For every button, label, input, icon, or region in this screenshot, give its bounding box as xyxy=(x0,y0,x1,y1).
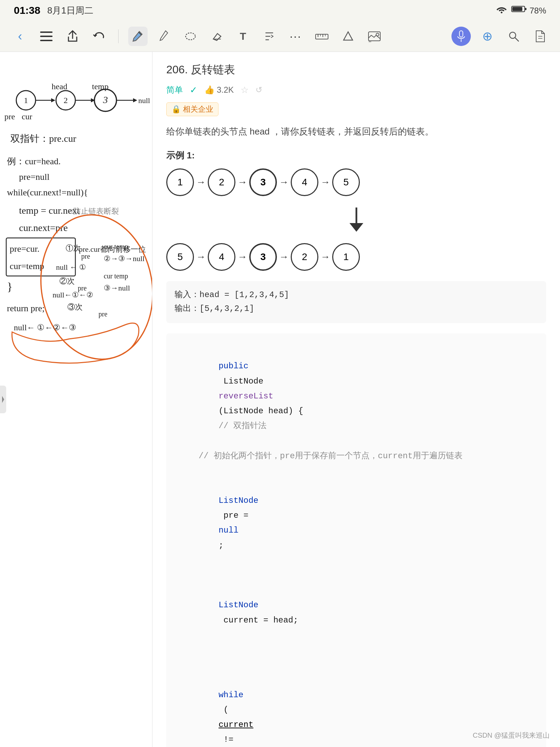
status-time: 01:38 xyxy=(14,4,40,16)
code-line-1: // 初始化两个指针，pre用于保存前一个节点，current用于遍历链表 xyxy=(179,449,534,463)
svg-rect-3 xyxy=(512,7,522,11)
svg-text:⊞: ⊞ xyxy=(368,40,371,42)
wifi-icon xyxy=(496,5,507,16)
svg-text:③次: ③次 xyxy=(67,303,83,311)
pen-tool-button[interactable] xyxy=(128,27,148,46)
arrow-r-4: → xyxy=(320,251,330,262)
battery-icon: 78% xyxy=(511,5,546,16)
svg-text:cur   temp: cur temp xyxy=(104,272,128,280)
arrow-r-3: → xyxy=(279,251,289,262)
right-panel[interactable]: 206. 反转链表 简单 ✓ 👍 3.2K ☆ ↺ 🔒 相关企业 给你单链表的头… xyxy=(152,52,560,747)
svg-text:head: head xyxy=(52,82,67,91)
star-icon[interactable]: ☆ xyxy=(241,85,249,95)
node-5: 5 xyxy=(332,168,360,196)
svg-line-24 xyxy=(515,38,519,41)
svg-marker-73 xyxy=(2,396,4,403)
arrow-1: → xyxy=(196,177,206,188)
code-section: public ListNode reverseList (ListNode he… xyxy=(166,333,546,747)
svg-rect-2 xyxy=(525,8,526,10)
linked-list-diagram: 1 → 2 → 3 → 4 → 5 5 → 4 xyxy=(166,168,546,271)
svg-text:②次: ②次 xyxy=(59,277,75,285)
svg-text:cur     temp: cur temp xyxy=(104,243,128,251)
svg-point-8 xyxy=(186,33,195,40)
down-arrow xyxy=(166,206,546,233)
status-date: 8月1日周二 xyxy=(47,4,93,17)
svg-point-19 xyxy=(376,33,379,36)
status-bar: 01:38 8月1日周二 78% xyxy=(0,0,560,21)
arrow-3: → xyxy=(279,177,289,188)
node-4: 4 xyxy=(291,168,318,196)
svg-text:pre=cur.: pre=cur. xyxy=(10,244,39,254)
svg-point-0 xyxy=(501,11,502,13)
node-r-4: 4 xyxy=(208,243,235,271)
problem-description: 给你单链表的头节点 head ，请你反转链表，并返回反转后的链表。 xyxy=(166,124,546,139)
left-panel: 1 2 3 null head temp pre cur 双指针：pre. xyxy=(0,52,152,747)
svg-rect-4 xyxy=(40,31,53,33)
difficulty-badge: 简单 xyxy=(166,84,183,95)
svg-text:null: null xyxy=(138,96,150,105)
company-badge[interactable]: 🔒 相关企业 xyxy=(166,102,218,116)
svg-text:cur=temp: cur=temp xyxy=(10,261,44,271)
svg-text:pre: pre xyxy=(99,310,108,318)
svg-marker-30 xyxy=(51,98,55,102)
problem-meta: 简单 ✓ 👍 3.2K ☆ ↺ xyxy=(166,84,546,95)
code-line-3: ListNode current = head; xyxy=(179,568,534,643)
search-button[interactable] xyxy=(504,27,523,46)
svg-marker-72 xyxy=(349,223,363,232)
svg-text:pre: pre xyxy=(4,112,15,121)
thumb-icon: 👍 xyxy=(204,85,215,95)
svg-text:null← ①←②←③: null← ①←②←③ xyxy=(14,323,76,332)
dots-menu-button[interactable]: ··· xyxy=(286,27,305,46)
arrow-4: → xyxy=(320,177,330,188)
undo-button[interactable] xyxy=(89,27,109,46)
svg-text:②→③→null: ②→③→null xyxy=(104,254,144,263)
arrow-r-2: → xyxy=(237,251,247,262)
example-output: 输出：[5,4,3,2,1] xyxy=(175,302,538,316)
lasso-tool-button[interactable] xyxy=(181,27,200,46)
svg-text:cur: cur xyxy=(22,112,32,121)
lock-icon: 🔒 xyxy=(171,105,181,114)
svg-text:③→null: ③→null xyxy=(104,284,130,292)
arrow-r-1: → xyxy=(196,251,206,262)
side-indicator[interactable] xyxy=(0,386,6,413)
svg-text:while(cur.next!=null){: while(cur.next!=null){ xyxy=(7,187,88,197)
pencil-tool-button[interactable] xyxy=(155,27,174,46)
svg-text:①次: ①次 xyxy=(66,244,81,252)
svg-marker-38 xyxy=(133,98,137,102)
svg-rect-5 xyxy=(40,36,53,37)
list-row-reversed: 5 → 4 → 3 → 2 → 1 xyxy=(166,243,546,271)
svg-rect-13 xyxy=(316,34,328,39)
status-icons: 78% xyxy=(496,5,546,16)
svg-text:temp: temp xyxy=(92,82,109,91)
watermark: CSDN @猛蛋叫我来巡山 xyxy=(473,731,550,740)
svg-text:例：cur=head.: 例：cur=head. xyxy=(7,156,60,166)
text-tool-button[interactable]: T xyxy=(233,27,253,46)
code-line-0: public ListNode reverseList (ListNode he… xyxy=(179,344,534,448)
node-r-1: 1 xyxy=(332,243,360,271)
menu-button[interactable] xyxy=(37,27,56,46)
example-title: 示例 1: xyxy=(166,149,546,162)
insert-tool-button[interactable] xyxy=(260,27,279,46)
svg-text:null←①←②: null←①←② xyxy=(53,290,93,299)
svg-text:1: 1 xyxy=(24,96,28,105)
share-button[interactable] xyxy=(63,27,82,46)
ruler-button[interactable] xyxy=(312,27,332,46)
example-io-box: 输入：head = [1,2,3,4,5] 输出：[5,4,3,2,1] xyxy=(166,281,546,323)
doc-button[interactable] xyxy=(530,27,550,46)
svg-rect-6 xyxy=(40,40,53,41)
add-button[interactable]: ⊕ xyxy=(478,27,497,46)
like-count: 👍 3.2K xyxy=(204,85,234,95)
back-button[interactable]: ‹ xyxy=(10,27,30,46)
list-row-forward: 1 → 2 → 3 → 4 → 5 xyxy=(166,168,546,196)
eraser-tool-button[interactable] xyxy=(207,27,226,46)
svg-text:3: 3 xyxy=(103,94,108,105)
code-line-2: ListNode pre = null ; xyxy=(179,463,534,568)
shape-button[interactable] xyxy=(338,27,358,46)
refresh-icon[interactable]: ↺ xyxy=(255,85,262,95)
example-input: 输入：head = [1,2,3,4,5] xyxy=(175,288,538,302)
node-1: 1 xyxy=(166,168,194,196)
image-button[interactable]: ⊞ xyxy=(365,27,384,46)
svg-text:return pre;: return pre; xyxy=(7,303,45,313)
problem-title: 206. 反转链表 xyxy=(166,62,546,77)
mic-button[interactable] xyxy=(451,27,471,46)
